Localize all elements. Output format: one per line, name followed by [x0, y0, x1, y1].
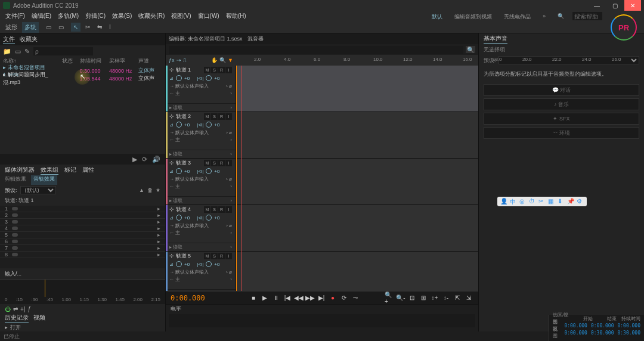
- effect-slot-7[interactable]: 7▸: [0, 245, 165, 252]
- hud-toggle-icon[interactable]: ▭: [56, 23, 66, 32]
- new-file-icon[interactable]: ✎: [24, 48, 30, 55]
- menu-收藏夹(R)[interactable]: 收藏夹(R): [136, 12, 167, 20]
- pan-knob[interactable]: [206, 215, 212, 221]
- widget-pin-icon[interactable]: 📌: [567, 198, 574, 205]
- timeline-search-button[interactable]: 🔍: [466, 46, 475, 53]
- zoom-in-point-icon[interactable]: ⇱: [453, 294, 462, 302]
- menu-文件(F)[interactable]: 文件(F): [3, 12, 27, 20]
- maximize-button[interactable]: ▢: [606, 0, 623, 11]
- spectral-toggle-icon[interactable]: ▭: [44, 23, 54, 32]
- solo-button[interactable]: S: [211, 113, 218, 120]
- file-search-input[interactable]: [33, 47, 93, 55]
- move-tool-icon[interactable]: ↖: [71, 23, 80, 32]
- mute-button[interactable]: M: [204, 160, 210, 166]
- mute-button[interactable]: M: [204, 206, 210, 213]
- multitrack-mode-button[interactable]: 多轨: [22, 22, 39, 33]
- effect-slot-4[interactable]: 4▸: [0, 225, 165, 232]
- autoplay-icon[interactable]: 🔊: [152, 156, 160, 163]
- zoom-out-v-icon[interactable]: ↕-: [441, 294, 451, 302]
- col-samplerate[interactable]: 采样率: [109, 57, 138, 67]
- effect-slot-6[interactable]: 6▸: [0, 238, 165, 245]
- play-preview-icon[interactable]: ▶: [132, 156, 137, 163]
- widget-target-icon[interactable]: ◎: [519, 198, 527, 205]
- ruler-hand-icon[interactable]: ✋: [211, 57, 218, 63]
- effect-slot-1[interactable]: 1▸: [0, 206, 165, 212]
- rewind-button[interactable]: ◀◀: [294, 294, 304, 302]
- pan-knob[interactable]: [206, 75, 212, 81]
- ruler-fx-icon[interactable]: ƒx: [169, 57, 175, 63]
- editor-tab[interactable]: 编辑器: 未命名混音项目 1.sesx: [169, 35, 243, 43]
- properties-tab[interactable]: 属性: [82, 166, 94, 174]
- track-header-3[interactable]: ⊹ 轨道 3MSRI ⊿+0|⊲|+0 → 默认立体声输入› ø ← 主› ▸ …: [166, 159, 236, 204]
- col-status[interactable]: 状态: [62, 57, 80, 67]
- play-button[interactable]: ▶: [260, 294, 270, 302]
- volume-knob[interactable]: [176, 122, 182, 128]
- menu-视图(V)[interactable]: 视图(V): [169, 12, 193, 20]
- timeline-search-input[interactable]: [169, 46, 463, 54]
- menu-效果(S)[interactable]: 效果(S): [110, 12, 134, 20]
- widget-download-icon[interactable]: ⬇: [558, 198, 565, 205]
- solo-button[interactable]: S: [211, 67, 218, 73]
- widget-text-icon[interactable]: 中: [510, 198, 517, 205]
- zoom-sel-icon[interactable]: ⊞: [419, 294, 428, 302]
- col-duration[interactable]: 持续时间: [80, 57, 109, 67]
- favorites-tab[interactable]: 收藏夹: [20, 35, 38, 44]
- monitor-button[interactable]: I: [225, 67, 232, 73]
- track-lane-4[interactable]: [236, 205, 478, 251]
- time-select-tool-icon[interactable]: I: [107, 23, 113, 32]
- power-icon[interactable]: ⏻: [5, 306, 11, 312]
- widget-cut-icon[interactable]: ✂: [538, 198, 546, 205]
- workspace-default[interactable]: 默认: [428, 12, 446, 22]
- record-button[interactable]: ●: [328, 294, 338, 302]
- arm-button[interactable]: R: [218, 253, 225, 259]
- playhead-line[interactable]: [236, 66, 237, 291]
- slip-tool-icon[interactable]: ⇆: [95, 23, 104, 32]
- widget-image-icon[interactable]: ▦: [548, 198, 555, 205]
- track-lane-5[interactable]: [236, 252, 478, 291]
- record-file-icon[interactable]: ▭: [15, 48, 21, 55]
- preset-star-icon[interactable]: ★: [156, 187, 160, 193]
- volume-knob[interactable]: [176, 75, 182, 81]
- io-wet-icon[interactable]: ƒ: [27, 306, 31, 312]
- zoom-out-h-icon[interactable]: 🔍-: [396, 294, 405, 302]
- effect-slot-5[interactable]: 5▸: [0, 232, 165, 238]
- level-tab[interactable]: 电平: [166, 305, 478, 313]
- essential-sound-tab[interactable]: 基本声音: [484, 35, 507, 44]
- close-button[interactable]: ✕: [624, 0, 641, 11]
- track-header-1[interactable]: ⊹ 轨道 1MSRI ⊿+0|⊲|+0 → 默认立体声输入› ø ← 主› ▸ …: [166, 66, 236, 111]
- zoom-full-icon[interactable]: ⊡: [407, 294, 417, 302]
- mute-button[interactable]: M: [204, 253, 210, 259]
- preset-trash-icon[interactable]: 🗑: [147, 187, 153, 193]
- monitor-button[interactable]: I: [225, 113, 232, 120]
- zoom-out-point-icon[interactable]: ⇲: [464, 294, 473, 302]
- workspace-radio[interactable]: 无线电作品: [500, 12, 534, 22]
- view-end[interactable]: 0:30.000: [591, 330, 614, 336]
- monitor-button[interactable]: I: [225, 206, 232, 213]
- music-slot[interactable]: ♪ 音乐: [484, 98, 639, 110]
- sel-dur[interactable]: 0:00.000: [617, 323, 640, 328]
- zoom-in-v-icon[interactable]: ↕+: [430, 294, 439, 302]
- preset-select[interactable]: (默认): [20, 186, 56, 194]
- arm-button[interactable]: R: [218, 160, 225, 166]
- playhead-handle-icon[interactable]: ▼: [228, 57, 233, 63]
- dialogue-slot[interactable]: 💬 对话: [484, 84, 639, 96]
- track-lane-2[interactable]: [236, 112, 478, 158]
- arm-button[interactable]: R: [218, 67, 225, 73]
- solo-button[interactable]: S: [211, 160, 218, 166]
- volume-knob[interactable]: [176, 168, 182, 174]
- view-start[interactable]: 0:00.000: [564, 330, 587, 336]
- goto-start-button[interactable]: |◀: [283, 294, 292, 302]
- monitor-button[interactable]: I: [225, 253, 232, 259]
- menu-编辑(E)[interactable]: 编辑(E): [29, 12, 54, 20]
- help-search-input[interactable]: [572, 12, 602, 20]
- ruler-send-icon[interactable]: ⇢: [177, 57, 181, 63]
- widget-clock-icon[interactable]: ⏱: [529, 198, 536, 205]
- goto-end-button[interactable]: ▶|: [317, 294, 326, 302]
- widget-user-icon[interactable]: 👤: [500, 198, 507, 205]
- solo-button[interactable]: S: [211, 206, 218, 213]
- track-header-2[interactable]: ⊹ 轨道 2MSRI ⊿+0|⊲|+0 → 默认立体声输入› ø ← 主› ▸ …: [166, 112, 236, 158]
- track-header-4[interactable]: ⊹ 轨道 4MSRI ⊿+0|⊲|+0 → 默认立体声输入› ø ← 主› ▸ …: [166, 205, 236, 251]
- forward-button[interactable]: ▶▶: [305, 294, 315, 302]
- ruler-zoom-icon[interactable]: 🔍: [219, 57, 226, 63]
- preset-up-icon[interactable]: ▲: [139, 187, 144, 193]
